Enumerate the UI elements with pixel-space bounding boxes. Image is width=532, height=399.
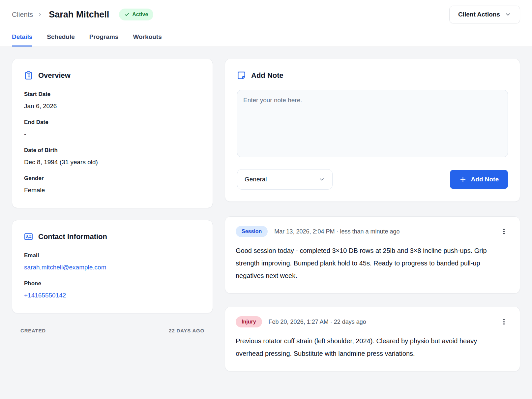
- created-value: 22 DAYS AGO: [169, 328, 204, 333]
- add-note-button[interactable]: Add Note: [450, 170, 508, 189]
- tab-programs[interactable]: Programs: [89, 33, 119, 46]
- right-column: Add Note General Add Note: [225, 59, 520, 371]
- status-badge-label: Active: [132, 12, 148, 17]
- field-label: Gender: [24, 175, 201, 182]
- note-body: Good session today - completed 3×10 DB r…: [236, 244, 503, 282]
- tab-schedule[interactable]: Schedule: [47, 33, 74, 46]
- field-start-date: Start Date Jan 6, 2026: [24, 91, 201, 110]
- field-end-date: End Date -: [24, 119, 201, 138]
- tab-bar: Details Schedule Programs Workouts: [12, 33, 520, 46]
- plus-icon: [459, 176, 467, 183]
- note-input[interactable]: [237, 90, 508, 157]
- field-label: Date of Birth: [24, 147, 201, 154]
- note-item-injury: Injury Feb 20, 2026, 1:27 AM · 22 days a…: [225, 307, 520, 371]
- client-actions-label: Client Actions: [458, 11, 500, 18]
- note-type-badge: Session: [236, 226, 268, 237]
- status-badge: Active: [119, 9, 153, 20]
- note-body: Previous rotator cuff strain (left shoul…: [236, 335, 503, 360]
- field-value: -: [24, 131, 201, 138]
- field-label: Email: [24, 252, 201, 259]
- note-menu-kebab-icon[interactable]: [499, 226, 509, 237]
- left-column: Overview Start Date Jan 6, 2026 End Date…: [12, 59, 213, 333]
- sticky-note-icon: [237, 71, 246, 80]
- overview-title: Overview: [38, 71, 71, 80]
- page-header: Clients Sarah Mitchell Active Client Act…: [0, 0, 532, 47]
- field-value: Dec 8, 1994 (31 years old): [24, 159, 201, 166]
- created-label: CREATED: [20, 328, 46, 333]
- field-label: End Date: [24, 119, 201, 126]
- note-timestamp: Feb 20, 2026, 1:27 AM · 22 days ago: [269, 319, 492, 325]
- chevron-right-icon: [37, 12, 43, 17]
- note-timestamp: Mar 13, 2026, 2:04 PM · less than a minu…: [274, 228, 492, 235]
- field-label: Phone: [24, 280, 201, 287]
- clipboard-list-icon: [24, 71, 33, 80]
- add-note-card: Add Note General Add Note: [225, 59, 520, 202]
- tab-details[interactable]: Details: [12, 33, 32, 46]
- field-gender: Gender Female: [24, 175, 201, 194]
- note-category-value: General: [245, 176, 267, 183]
- check-icon: [124, 12, 130, 17]
- chevron-down-icon: [505, 11, 511, 18]
- field-phone: Phone +14165550142: [24, 280, 201, 299]
- field-date-of-birth: Date of Birth Dec 8, 1994 (31 years old): [24, 147, 201, 166]
- page-title: Sarah Mitchell: [49, 10, 109, 20]
- field-email: Email sarah.mitchell@example.com: [24, 252, 201, 271]
- note-type-badge: Injury: [236, 316, 262, 327]
- add-note-button-label: Add Note: [471, 176, 499, 183]
- note-category-select[interactable]: General: [237, 169, 333, 190]
- chevron-down-icon: [318, 176, 325, 183]
- add-note-title: Add Note: [251, 71, 283, 80]
- breadcrumb-clients-link[interactable]: Clients: [12, 11, 33, 18]
- overview-card: Overview Start Date Jan 6, 2026 End Date…: [12, 59, 213, 208]
- id-card-icon: [24, 232, 33, 241]
- tab-workouts[interactable]: Workouts: [133, 33, 162, 46]
- breadcrumb: Clients Sarah Mitchell Active: [12, 9, 153, 20]
- field-value: Jan 6, 2026: [24, 103, 201, 110]
- phone-link[interactable]: +14165550142: [24, 292, 201, 299]
- field-value: Female: [24, 187, 201, 194]
- note-item-session: Session Mar 13, 2026, 2:04 PM · less tha…: [225, 216, 520, 293]
- field-label: Start Date: [24, 91, 201, 98]
- email-link[interactable]: sarah.mitchell@example.com: [24, 264, 201, 271]
- contact-card: Contact Information Email sarah.mitchell…: [12, 220, 213, 313]
- record-meta-footer: CREATED 22 DAYS AGO: [12, 328, 213, 333]
- contact-title: Contact Information: [38, 232, 107, 241]
- note-menu-kebab-icon[interactable]: [499, 317, 509, 327]
- client-actions-button[interactable]: Client Actions: [449, 6, 520, 23]
